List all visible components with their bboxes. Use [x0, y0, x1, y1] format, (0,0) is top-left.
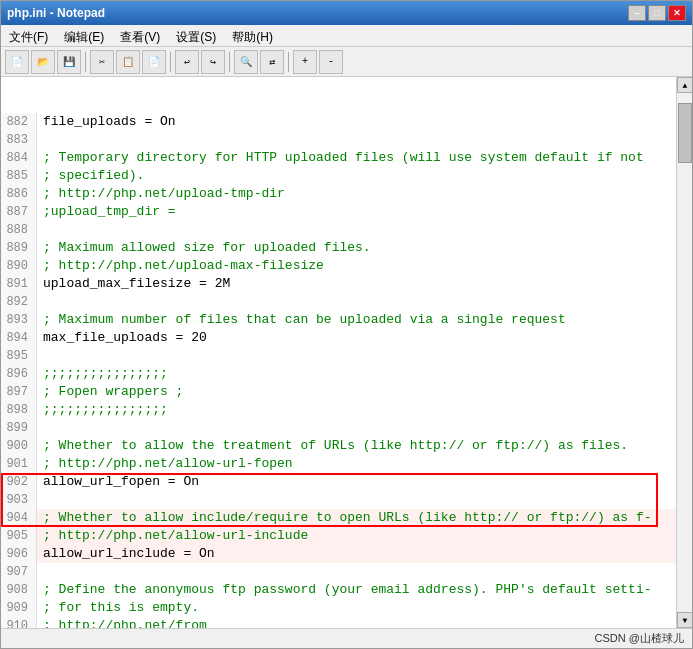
code-line: 907: [1, 563, 676, 581]
window-title: php.ini - Notepad: [7, 6, 105, 20]
line-text: ; Define the anonymous ftp password (you…: [37, 581, 676, 599]
code-line: 887;upload_tmp_dir =: [1, 203, 676, 221]
line-text: ; Whether to allow the treatment of URLs…: [37, 437, 676, 455]
code-line: 910; http://php.net/from: [1, 617, 676, 628]
toolbar-zoom-out[interactable]: -: [319, 50, 343, 74]
code-line: 893; Maximum number of files that can be…: [1, 311, 676, 329]
line-text: [37, 221, 676, 239]
line-text: ; http://php.net/from: [37, 617, 676, 628]
line-text: ; Maximum number of files that can be up…: [37, 311, 676, 329]
line-text: [37, 293, 676, 311]
line-text: allow_url_include = On: [37, 545, 676, 563]
code-view: 882file_uploads = On883884; Temporary di…: [1, 77, 676, 628]
code-editor[interactable]: 882file_uploads = On883884; Temporary di…: [1, 77, 676, 628]
status-bar: CSDN @山楂球儿: [1, 628, 692, 648]
line-number: 892: [1, 293, 37, 311]
line-text: ;upload_tmp_dir =: [37, 203, 676, 221]
line-number: 895: [1, 347, 37, 365]
scroll-track[interactable]: [677, 93, 692, 612]
scroll-down-button[interactable]: ▼: [677, 612, 692, 628]
line-number: 894: [1, 329, 37, 347]
line-text: ;;;;;;;;;;;;;;;;: [37, 365, 676, 383]
toolbar-zoom-in[interactable]: +: [293, 50, 317, 74]
code-line: 894max_file_uploads = 20: [1, 329, 676, 347]
maximize-button[interactable]: □: [648, 5, 666, 21]
line-text: [37, 563, 676, 581]
line-number: 887: [1, 203, 37, 221]
code-line: 892: [1, 293, 676, 311]
window-controls: – □ ✕: [628, 5, 686, 21]
line-text: ; http://php.net/upload-tmp-dir: [37, 185, 676, 203]
code-line: 904; Whether to allow include/require to…: [1, 509, 676, 527]
line-text: ; Fopen wrappers ;: [37, 383, 676, 401]
scroll-up-button[interactable]: ▲: [677, 77, 692, 93]
line-number: 888: [1, 221, 37, 239]
window: php.ini - Notepad – □ ✕ 文件(F)编辑(E)查看(V)设…: [0, 0, 693, 649]
code-line: 891upload_max_filesize = 2M: [1, 275, 676, 293]
line-text: ; http://php.net/allow-url-include: [37, 527, 676, 545]
line-text: ; http://php.net/upload-max-filesize: [37, 257, 676, 275]
menu-bar: 文件(F)编辑(E)查看(V)设置(S)帮助(H): [1, 25, 692, 47]
line-text: ; http://php.net/allow-url-fopen: [37, 455, 676, 473]
toolbar-sep2: [170, 52, 171, 72]
toolbar: 📄 📂 💾 ✂ 📋 📄 ↩ ↪ 🔍 ⇄ + -: [1, 47, 692, 77]
toolbar-new[interactable]: 📄: [5, 50, 29, 74]
code-line: 902allow_url_fopen = On: [1, 473, 676, 491]
code-line: 903: [1, 491, 676, 509]
toolbar-sep1: [85, 52, 86, 72]
line-number: 891: [1, 275, 37, 293]
line-number: 883: [1, 131, 37, 149]
title-bar: php.ini - Notepad – □ ✕: [1, 1, 692, 25]
code-line: 908; Define the anonymous ftp password (…: [1, 581, 676, 599]
line-number: 886: [1, 185, 37, 203]
line-number: 905: [1, 527, 37, 545]
line-number: 900: [1, 437, 37, 455]
line-text: [37, 347, 676, 365]
menu-item[interactable]: 帮助(H): [224, 27, 281, 44]
toolbar-save[interactable]: 💾: [57, 50, 81, 74]
line-number: 910: [1, 617, 37, 628]
scroll-thumb[interactable]: [678, 103, 692, 163]
toolbar-cut[interactable]: ✂: [90, 50, 114, 74]
menu-item[interactable]: 编辑(E): [56, 27, 112, 44]
toolbar-find[interactable]: 🔍: [234, 50, 258, 74]
code-line: 883: [1, 131, 676, 149]
menu-item[interactable]: 设置(S): [168, 27, 224, 44]
code-line: 889; Maximum allowed size for uploaded f…: [1, 239, 676, 257]
toolbar-copy[interactable]: 📋: [116, 50, 140, 74]
line-number: 904: [1, 509, 37, 527]
toolbar-paste[interactable]: 📄: [142, 50, 166, 74]
line-number: 899: [1, 419, 37, 437]
code-line: 906allow_url_include = On: [1, 545, 676, 563]
line-number: 898: [1, 401, 37, 419]
minimize-button[interactable]: –: [628, 5, 646, 21]
code-line: 884; Temporary directory for HTTP upload…: [1, 149, 676, 167]
line-number: 908: [1, 581, 37, 599]
line-text: ; Maximum allowed size for uploaded file…: [37, 239, 676, 257]
line-number: 889: [1, 239, 37, 257]
line-text: allow_url_fopen = On: [37, 473, 676, 491]
line-text: ; Whether to allow include/require to op…: [37, 509, 676, 527]
code-line: 899: [1, 419, 676, 437]
line-number: 902: [1, 473, 37, 491]
line-number: 882: [1, 113, 37, 131]
line-number: 893: [1, 311, 37, 329]
toolbar-undo[interactable]: ↩: [175, 50, 199, 74]
toolbar-redo[interactable]: ↪: [201, 50, 225, 74]
line-number: 885: [1, 167, 37, 185]
code-line: 895: [1, 347, 676, 365]
menu-item[interactable]: 查看(V): [112, 27, 168, 44]
code-line: 882file_uploads = On: [1, 113, 676, 131]
line-text: max_file_uploads = 20: [37, 329, 676, 347]
line-text: [37, 419, 676, 437]
code-line: 885; specified).: [1, 167, 676, 185]
toolbar-sep3: [229, 52, 230, 72]
vertical-scrollbar[interactable]: ▲ ▼: [676, 77, 692, 628]
toolbar-open[interactable]: 📂: [31, 50, 55, 74]
line-number: 903: [1, 491, 37, 509]
code-line: 888: [1, 221, 676, 239]
menu-item[interactable]: 文件(F): [1, 27, 56, 44]
close-button[interactable]: ✕: [668, 5, 686, 21]
code-line: 896;;;;;;;;;;;;;;;;: [1, 365, 676, 383]
toolbar-replace[interactable]: ⇄: [260, 50, 284, 74]
